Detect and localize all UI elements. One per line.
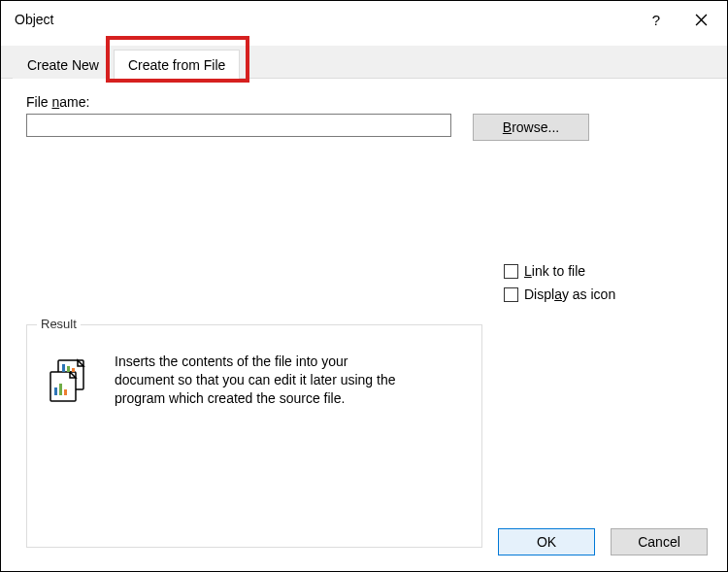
dialog-body: File name: Browse... Link to file Displa… — [1, 79, 727, 513]
display-as-icon-label: Display as icon — [524, 286, 615, 302]
link-to-file-checkbox[interactable]: Link to file — [504, 263, 615, 279]
file-name-label: File name: — [26, 94, 702, 110]
cancel-button[interactable]: Cancel — [611, 528, 708, 555]
window-title: Object — [15, 12, 53, 27]
svg-rect-5 — [62, 364, 65, 372]
file-name-input[interactable] — [26, 114, 451, 137]
checkbox-icon — [504, 287, 518, 302]
titlebar: Object ? — [1, 1, 727, 38]
close-icon — [695, 14, 708, 26]
ok-button[interactable]: OK — [498, 528, 595, 555]
tabstrip: Create New Create from File — [1, 46, 727, 79]
svg-rect-6 — [67, 366, 70, 372]
svg-rect-2 — [54, 387, 57, 395]
browse-button[interactable]: Browse... — [473, 114, 589, 141]
result-group: Result Inserts — [26, 324, 482, 548]
display-as-icon-checkbox[interactable]: Display as icon — [504, 286, 615, 302]
checkbox-icon — [504, 264, 518, 279]
tab-create-from-file[interactable]: Create from File — [114, 50, 240, 79]
result-legend: Result — [37, 317, 81, 331]
tab-create-new[interactable]: Create New — [13, 50, 114, 79]
close-button[interactable] — [678, 5, 723, 34]
svg-rect-3 — [59, 384, 62, 395]
link-to-file-label: Link to file — [524, 263, 585, 279]
svg-rect-7 — [72, 368, 75, 372]
object-dialog: Object ? Create New Create from File Fil… — [0, 0, 728, 572]
result-description: Inserts the contents of the file into yo… — [115, 353, 406, 408]
svg-rect-4 — [64, 389, 67, 395]
document-embed-icon — [45, 358, 95, 403]
help-button[interactable]: ? — [634, 5, 678, 34]
